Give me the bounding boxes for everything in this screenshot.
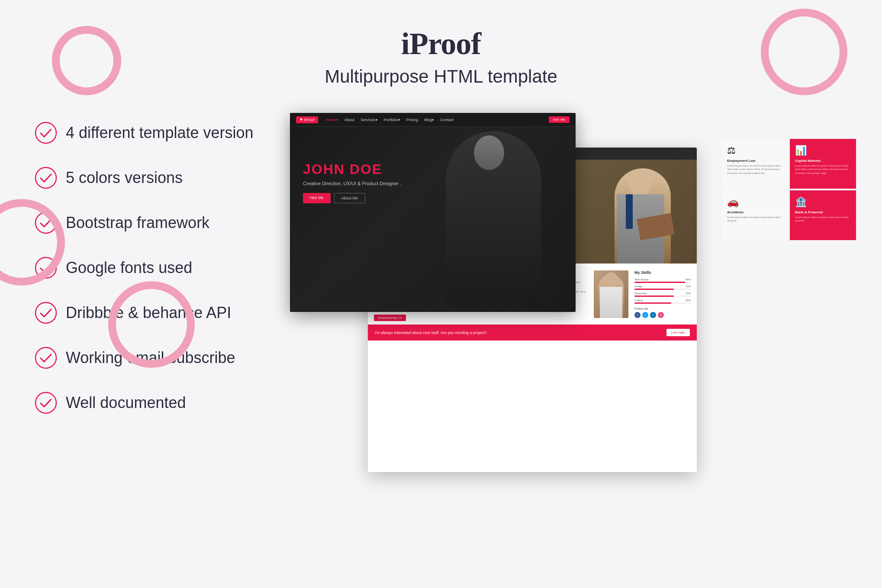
skill-coding-label: Coding65%: [634, 299, 691, 302]
facebook-icon[interactable]: f: [634, 312, 641, 318]
skill-coding-bar-fill: [634, 302, 671, 304]
skill-design-bar-fill: [634, 289, 674, 290]
about-person-head: [605, 272, 618, 287]
card-accidents: 🚗 Accidents Lorem ipsum dolor sit amet L…: [722, 190, 788, 240]
card-bank-financial: 🏦 Bank & Financial Lorem ipsum dolor sit…: [790, 190, 856, 240]
check-icon-5: [35, 302, 57, 324]
page-title: iProof: [0, 26, 882, 62]
light-skills: My Skills Web Design90% Design70%: [634, 270, 691, 321]
skill-photoshop: Photoshop70%: [634, 292, 691, 297]
dark-nav-services: Services▾: [361, 118, 378, 122]
follow-section: Follow Me f t in d: [634, 307, 691, 318]
skill-webdesign-bar-bg: [634, 282, 691, 283]
decorative-circle-top-right: [761, 9, 847, 95]
feature-item-2: 5 colors versions: [35, 167, 264, 189]
lawyer-tie: [626, 194, 633, 229]
page-header: iProof Multipurpose HTML template: [0, 0, 882, 87]
feature-text-1: 4 different template version: [66, 124, 254, 142]
follow-title: Follow Me: [634, 307, 691, 310]
dark-nav-hire[interactable]: Hire Me: [549, 116, 570, 123]
download-cv-button[interactable]: Download My CV: [374, 315, 406, 321]
feature-item-7: Well documented: [35, 392, 264, 414]
skill-coding: Coding65%: [634, 299, 691, 304]
screenshot-dark-template: ⚑ IProof Home▾ About Services▾ Portfolio…: [290, 113, 576, 312]
dark-nav-home: Home▾: [326, 118, 338, 122]
check-icon-7: [35, 392, 57, 414]
svg-point-4: [35, 302, 56, 323]
skill-webdesign-label: Web Design90%: [634, 278, 691, 281]
contact-bar-text: I'm always interested about cool stuff. …: [375, 331, 487, 335]
check-icon-2: [35, 167, 57, 189]
check-icon-1: [35, 122, 57, 144]
features-list: 4 different template version 5 colors ve…: [35, 104, 264, 437]
screenshots-area: ⚑ IProof Home▾ About Services▾ Portfolio…: [290, 104, 847, 494]
dark-hero: JOHN DOE Creative Direction, UX/UI & Pro…: [290, 127, 576, 312]
card-capital-markets: 📊 Capital Markets Lorem ipsum dolor sit …: [790, 139, 856, 189]
svg-point-0: [35, 122, 56, 143]
decorative-circle-mid-center: [108, 281, 195, 368]
hire-me-button[interactable]: Hire Me: [303, 193, 331, 203]
accidents-icon: 🚗: [727, 196, 783, 208]
feature-text-4: Google fonts used: [66, 259, 192, 277]
skill-photoshop-label: Photoshop70%: [634, 292, 691, 295]
dark-hero-content: JOHN DOE Creative Direction, UX/UI & Pro…: [303, 161, 401, 203]
capital-markets-text: Lorem ipsum dolor sit amet Lorem ipsum d…: [795, 164, 851, 175]
linkedin-icon[interactable]: in: [650, 312, 656, 318]
svg-point-6: [35, 392, 56, 413]
about-person-suit: [600, 287, 622, 318]
employment-law-icon: ⚖: [727, 145, 783, 156]
bank-financial-icon: 🏦: [795, 196, 851, 208]
feature-text-3: Bootstrap framework: [66, 214, 209, 232]
service-cards-row-1: ⚖ Emplayment Law Lorem ipsum dolor sit a…: [722, 139, 856, 189]
svg-point-1: [35, 167, 56, 188]
dark-nav: ⚑ IProof Home▾ About Services▾ Portfolio…: [290, 113, 576, 127]
service-cards-row-2: 🚗 Accidents Lorem ipsum dolor sit amet L…: [722, 190, 856, 240]
about-me-button[interactable]: About Me: [334, 193, 366, 203]
lawyer-head: [629, 170, 651, 196]
lets-talk-button[interactable]: Let's talk.: [666, 329, 690, 336]
dark-hero-title: Creative Direction, UX/UI & Product Desi…: [303, 181, 401, 186]
card-employment-law: ⚖ Emplayment Law Lorem ipsum dolor sit a…: [722, 139, 788, 189]
twitter-icon[interactable]: t: [642, 312, 648, 318]
skill-design-label: Design70%: [634, 285, 691, 288]
accidents-title: Accidents: [727, 210, 783, 214]
skill-webdesign-bar-fill: [634, 282, 685, 283]
decorative-circle-top-left: [52, 26, 121, 95]
feature-text-7: Well documented: [66, 394, 186, 412]
contact-bar: I'm always interested about cool stuff. …: [368, 325, 697, 341]
dark-hero-name: JOHN DOE: [303, 161, 401, 177]
light-photo: [594, 270, 628, 318]
skill-coding-bar-bg: [634, 302, 691, 304]
dark-nav-about: About: [344, 118, 355, 122]
dark-nav-contact: Contact: [440, 118, 454, 122]
feature-item-4: Google fonts used: [35, 257, 264, 279]
feature-item-1: 4 different template version: [35, 122, 264, 144]
dark-nav-blog: Blog▾: [424, 118, 434, 122]
capital-markets-title: Capital Markets: [795, 159, 851, 163]
social-icons: f t in d: [634, 312, 691, 318]
accidents-text: Lorem ipsum dolor sit amet Lorem ipsum d…: [727, 215, 783, 223]
dark-nav-logo: ⚑ IProof: [296, 116, 318, 123]
bank-financial-title: Bank & Financial: [795, 210, 851, 214]
skill-photoshop-bar-bg: [634, 296, 691, 297]
capital-markets-icon: 📊: [795, 145, 851, 156]
svg-point-5: [35, 347, 56, 368]
employment-law-text: Lorem ipsum dolor sit amet Lorem ipsum d…: [727, 164, 783, 175]
skill-design-bar-bg: [634, 289, 691, 290]
employment-law-title: Emplayment Law: [727, 159, 783, 163]
skill-webdesign: Web Design90%: [634, 278, 691, 283]
bank-financial-text: Lorem ipsum dolor sit amet Lorem ipsum d…: [795, 215, 851, 223]
feature-item-3: Bootstrap framework: [35, 212, 264, 234]
dark-nav-portfolio: Portfolio▾: [384, 118, 400, 122]
dark-nav-pricing: Pricing: [406, 118, 418, 122]
skill-design: Design70%: [634, 285, 691, 290]
dribbble-icon[interactable]: d: [658, 312, 664, 318]
page-subtitle: Multipurpose HTML template: [0, 66, 882, 87]
skills-title: My Skills: [634, 270, 691, 275]
dark-hero-buttons: Hire Me About Me: [303, 193, 401, 203]
feature-text-2: 5 colors versions: [66, 169, 183, 187]
check-icon-6: [35, 347, 57, 369]
skill-photoshop-bar-fill: [634, 296, 674, 297]
dark-nav-items: Home▾ About Services▾ Portfolio▾ Pricing…: [326, 118, 454, 122]
service-cards-area: ⚖ Emplayment Law Lorem ipsum dolor sit a…: [722, 139, 856, 240]
